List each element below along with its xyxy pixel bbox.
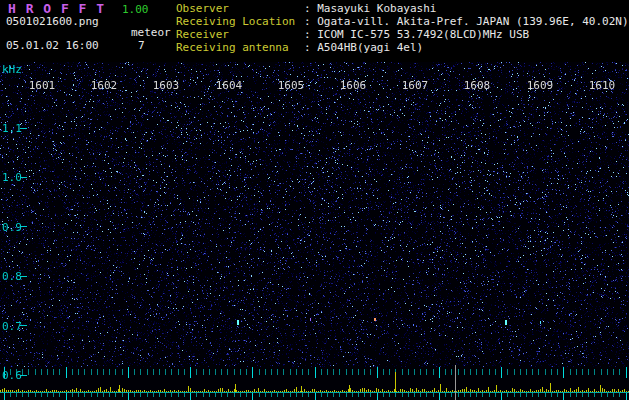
freq-tick-label: 0.9 bbox=[2, 222, 22, 234]
meteor-count: 7 bbox=[138, 40, 145, 52]
time-tick-label: 1607 bbox=[402, 80, 429, 92]
receiving-antenna-row: Receiving antenna : A504HB(yagi 4el) bbox=[176, 42, 629, 55]
station-info: Observer : Masayuki Kobayashi Receiving … bbox=[176, 3, 629, 55]
freq-tick-label: 0.7 bbox=[2, 321, 22, 333]
freq-axis-unit-label: kHz bbox=[2, 64, 22, 76]
app-version: 1.00 bbox=[122, 4, 149, 16]
file-name: 0501021600.png bbox=[6, 16, 99, 28]
hrofft-screen: H R O F F T 1.00 0501021600.png meteor 0… bbox=[0, 0, 629, 400]
spectrogram-canvas bbox=[0, 62, 629, 400]
freq-tick-label: 1.0 bbox=[2, 172, 22, 184]
receiving-antenna-label: Receiving antenna bbox=[176, 42, 304, 55]
time-tick-label: 1602 bbox=[91, 80, 118, 92]
freq-tick-label: 0.8 bbox=[2, 271, 22, 283]
time-tick-label: 1604 bbox=[216, 80, 243, 92]
header: H R O F F T 1.00 0501021600.png meteor 0… bbox=[0, 0, 629, 62]
time-tick-label: 1601 bbox=[29, 80, 56, 92]
observation-datetime: 05.01.02 16:00 bbox=[6, 40, 99, 52]
freq-tick-label: 1.1 bbox=[2, 123, 22, 135]
observation-mode-label: meteor bbox=[131, 27, 171, 39]
time-tick-label: 1608 bbox=[464, 80, 491, 92]
time-tick-label: 1606 bbox=[340, 80, 367, 92]
app-title: H R O F F T bbox=[8, 3, 105, 15]
spectrogram: kHz 1.1 1.0 0.9 0.8 0.7 0.6 1601 1602 16… bbox=[0, 62, 629, 400]
freq-tick-label: 0.6 bbox=[2, 370, 22, 382]
time-tick-label: 1610 bbox=[589, 80, 616, 92]
time-tick-label: 1603 bbox=[153, 80, 180, 92]
receiving-antenna-value: : A504HB(yagi 4el) bbox=[304, 42, 423, 55]
time-tick-label: 1609 bbox=[527, 80, 554, 92]
time-tick-label: 1605 bbox=[278, 80, 305, 92]
